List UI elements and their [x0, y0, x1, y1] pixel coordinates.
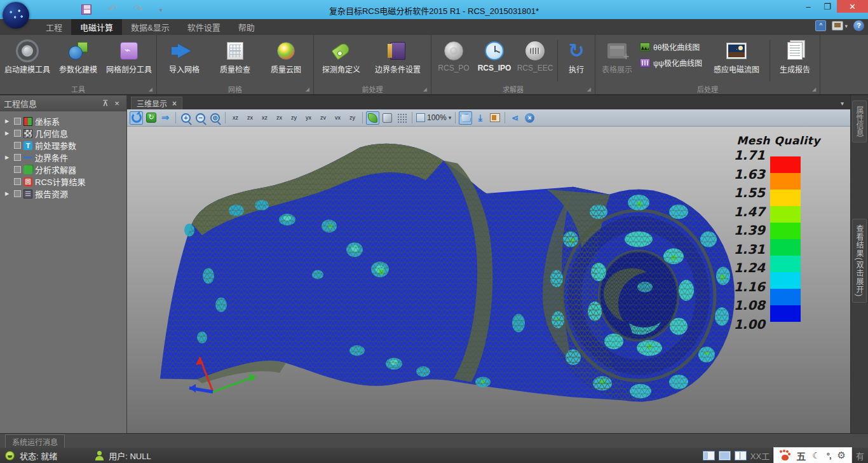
restore-button[interactable]: ❐	[818, 0, 837, 13]
zoom-fit-button[interactable]: ⊕	[208, 111, 222, 125]
tab-gongcheng[interactable]: 工程	[37, 19, 71, 35]
3d-canvas[interactable]: Mesh Quality 1.71 1.63 1.55 1.47 1.39 1.…	[127, 127, 850, 433]
tree-item-geometry-info[interactable]: ▶ 几何信息	[3, 127, 126, 139]
tree-item-report-resources[interactable]: ▶ 报告资源	[3, 188, 126, 200]
quality-check-button[interactable]: 质量检查	[210, 38, 260, 74]
import-mesh-button[interactable]: 导入网格	[159, 38, 209, 74]
tab-close-icon[interactable]: ×	[172, 99, 177, 108]
mesh-quality-legend: Mesh Quality 1.71 1.63 1.55 1.47 1.39 1.…	[731, 134, 826, 331]
rcs-ipo-button[interactable]: RCS_IPO	[475, 38, 514, 73]
view-preset-button-8[interactable]: vx	[331, 111, 344, 125]
help-icon[interactable]: ?	[853, 20, 864, 31]
checkbox[interactable]	[14, 178, 21, 185]
tree-item-coordinate-system[interactable]: ▶ 坐标系	[3, 115, 126, 127]
viewport-tab-strip: 三维显示 × ▾	[127, 95, 850, 109]
tree-item-boundary-conditions[interactable]: ▶ 边界条件	[3, 151, 126, 163]
ribbon-collapse-icon[interactable]: ^	[815, 20, 826, 31]
execute-button[interactable]: ↻ 执行	[560, 38, 592, 74]
group-expand-icon[interactable]: ◢	[587, 86, 591, 92]
tab-ruanjian-shezhi[interactable]: 软件设置	[179, 19, 229, 35]
boundary-settings-button[interactable]: 边界条件设置	[367, 38, 428, 74]
ime-punctuation-icon[interactable]: °,	[827, 451, 831, 460]
ime-settings-gear-icon[interactable]: ⚙	[837, 450, 846, 461]
zoom-level-control[interactable]: 100% ▾	[416, 111, 452, 125]
system-messages-tab[interactable]: 系统运行消息	[5, 434, 65, 448]
down-arrow-icon: ⤓	[478, 113, 482, 123]
quality-cloud-button[interactable]: 质量云图	[261, 38, 311, 74]
tab-list-dropdown-icon[interactable]: ▾	[841, 100, 844, 107]
view-preset-button-6[interactable]: yx	[302, 111, 315, 125]
share-button[interactable]: ⋖	[508, 111, 522, 125]
tab-dianci-jisuan[interactable]: 电磁计算	[71, 19, 122, 35]
preprocess-params-icon: T	[24, 141, 32, 150]
ime-wubi-mode[interactable]: 五	[796, 449, 806, 462]
pin-icon[interactable]: ⊼	[100, 99, 111, 108]
tree-item-solver[interactable]: 分析求解器	[3, 163, 126, 176]
tab-bangzhu[interactable]: 帮助	[229, 19, 264, 35]
induced-current-map-button[interactable]: 感应电磁流图	[706, 38, 767, 74]
clear-view-button[interactable]: ×	[523, 111, 536, 125]
ime-halfwidth-moon-icon[interactable]: ☾	[812, 450, 820, 460]
view-preset-button-2[interactable]: zx	[243, 111, 257, 125]
checkbox[interactable]	[14, 190, 21, 197]
expander-icon[interactable]: ▶	[3, 155, 11, 160]
launch-modeling-tool-button[interactable]: 启动建模工具	[3, 38, 52, 74]
tab-3d-display[interactable]: 三维显示 ×	[131, 97, 182, 109]
zoom-dropdown-icon[interactable]: ▾	[449, 114, 452, 121]
probe-angle-button[interactable]: 探测角定义	[316, 38, 366, 74]
view-preset-button-9[interactable]: zy	[346, 111, 359, 125]
generate-report-button[interactable]: 生成报告	[773, 38, 817, 74]
group-expand-icon[interactable]: ◢	[306, 86, 309, 92]
rotate-view-button[interactable]	[130, 111, 143, 125]
wireframe-view-button[interactable]	[381, 111, 394, 125]
close-button[interactable]: ✕	[837, 0, 868, 13]
checkbox[interactable]	[14, 154, 21, 161]
parametric-modeling-button[interactable]: 参数化建模	[53, 38, 103, 74]
layout-left-panel-icon[interactable]	[703, 451, 715, 460]
view-results-tab[interactable]: 查看结果(双击展开)	[852, 219, 867, 303]
points-view-button[interactable]	[395, 111, 409, 125]
display-style-icon[interactable]	[832, 21, 843, 31]
tree-item-rcs-results[interactable]: 回 RCS计算结果	[3, 176, 126, 188]
down-arrow-button[interactable]: ⤓	[473, 111, 487, 125]
checkbox[interactable]	[14, 130, 21, 137]
pan-button[interactable]: ⇗	[159, 111, 172, 125]
rainbow-sphere-icon	[277, 42, 295, 60]
view-preset-button-7[interactable]: zv	[316, 111, 330, 125]
layout-right-panel-icon[interactable]	[735, 451, 747, 460]
group-expand-icon[interactable]: ◢	[423, 86, 427, 92]
display-dropdown-icon[interactable]: ▾	[844, 23, 848, 29]
checkbox[interactable]	[14, 142, 21, 149]
theta-polarization-curve-button[interactable]: θθ极化曲线图	[640, 41, 702, 52]
psi-polarization-curve-button[interactable]: ψψ极化曲线图	[640, 57, 702, 68]
tab-shuju-xianshi[interactable]: 数据&显示	[122, 19, 179, 35]
expander-icon[interactable]: ▶	[3, 130, 11, 136]
view-preset-button-4[interactable]: zx	[273, 111, 286, 125]
view-preset-button-5[interactable]: zy	[287, 111, 301, 125]
expander-icon[interactable]: ▶	[3, 118, 11, 124]
close-circle-icon: ×	[525, 113, 534, 123]
ribbon-group-tools: 启动建模工具 参数化建模 网格剖分工具 工具◢	[0, 35, 157, 94]
app-logo-icon[interactable]	[3, 2, 29, 29]
panel-close-icon[interactable]: ×	[111, 99, 123, 108]
group-expand-icon[interactable]: ◢	[812, 86, 816, 92]
tree-item-preprocess-params[interactable]: T 前处理参数	[3, 139, 126, 151]
view-preset-button-1[interactable]: xz	[229, 111, 242, 125]
surface-select-button[interactable]	[459, 111, 472, 125]
orbit-button[interactable]	[144, 111, 158, 125]
layout-full-panel-icon[interactable]	[719, 451, 731, 460]
zoom-in-button[interactable]: +	[179, 111, 193, 125]
window-capture-button[interactable]	[488, 111, 501, 125]
mesh-partition-tool-button[interactable]: 网格剖分工具	[104, 38, 154, 74]
properties-panel-tab[interactable]: 属性信息	[852, 100, 867, 142]
view-preset-button-3[interactable]: xz	[258, 111, 271, 125]
import-arrow-icon	[178, 44, 191, 58]
shaded-view-button[interactable]	[366, 111, 379, 125]
minimize-button[interactable]: –	[799, 0, 818, 13]
expander-icon[interactable]: ▶	[3, 191, 11, 197]
checkbox[interactable]	[14, 166, 21, 173]
baidu-paw-icon[interactable]	[780, 450, 790, 460]
group-expand-icon[interactable]: ◢	[149, 86, 153, 92]
zoom-out-button[interactable]: −	[194, 111, 207, 125]
checkbox[interactable]	[14, 118, 21, 125]
